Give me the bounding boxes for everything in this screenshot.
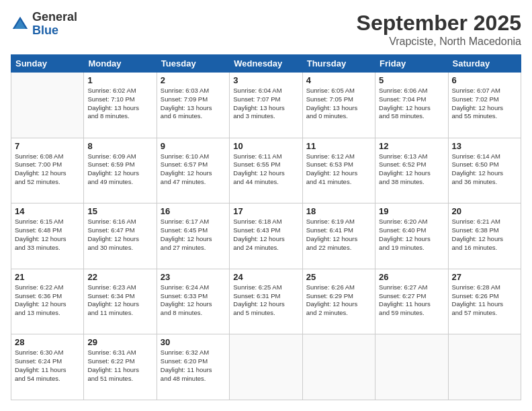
day-info: Sunrise: 6:04 AM Sunset: 7:07 PM Dayligh…: [233, 87, 298, 121]
day-number: 20: [452, 206, 517, 216]
day-info: Sunrise: 6:19 AM Sunset: 6:41 PM Dayligh…: [306, 218, 371, 252]
day-number: 12: [379, 141, 444, 151]
calendar-cell: 5Sunrise: 6:06 AM Sunset: 7:04 PM Daylig…: [375, 73, 448, 138]
day-info: Sunrise: 6:21 AM Sunset: 6:38 PM Dayligh…: [452, 218, 517, 252]
day-info: Sunrise: 6:26 AM Sunset: 6:29 PM Dayligh…: [306, 283, 371, 318]
day-info: Sunrise: 6:12 AM Sunset: 6:53 PM Dayligh…: [306, 152, 371, 187]
day-info: Sunrise: 6:22 AM Sunset: 6:36 PM Dayligh…: [15, 283, 80, 318]
day-info: Sunrise: 6:07 AM Sunset: 7:02 PM Dayligh…: [452, 87, 517, 121]
day-number: 2: [161, 75, 226, 85]
day-number: 23: [161, 272, 226, 282]
calendar-cell: [11, 73, 84, 138]
day-info: Sunrise: 6:30 AM Sunset: 6:24 PM Dayligh…: [15, 349, 80, 383]
location-title: Vrapciste, North Macedonia: [357, 36, 521, 48]
col-sunday: Sunday: [11, 55, 84, 73]
day-number: 1: [87, 75, 152, 85]
day-number: 18: [306, 206, 371, 216]
calendar-week-row: 14Sunrise: 6:15 AM Sunset: 6:48 PM Dayli…: [11, 203, 521, 269]
day-info: Sunrise: 6:23 AM Sunset: 6:34 PM Dayligh…: [87, 283, 152, 318]
day-info: Sunrise: 6:11 AM Sunset: 6:55 PM Dayligh…: [233, 152, 298, 187]
day-number: 21: [15, 272, 80, 282]
day-number: 22: [87, 272, 152, 282]
col-saturday: Saturday: [448, 55, 521, 73]
day-info: Sunrise: 6:15 AM Sunset: 6:48 PM Dayligh…: [15, 218, 80, 252]
day-number: 14: [15, 206, 80, 216]
col-tuesday: Tuesday: [157, 55, 229, 73]
calendar-cell: 4Sunrise: 6:05 AM Sunset: 7:05 PM Daylig…: [302, 73, 375, 138]
calendar-cell: 17Sunrise: 6:18 AM Sunset: 6:43 PM Dayli…: [230, 203, 302, 269]
day-number: 30: [161, 337, 226, 347]
day-number: 11: [306, 141, 371, 151]
calendar-cell: 16Sunrise: 6:17 AM Sunset: 6:45 PM Dayli…: [157, 203, 229, 269]
calendar-cell: [230, 334, 302, 400]
calendar-week-row: 7Sunrise: 6:08 AM Sunset: 7:00 PM Daylig…: [11, 138, 521, 203]
day-number: 4: [306, 75, 371, 85]
calendar-cell: [302, 334, 375, 400]
calendar-cell: 20Sunrise: 6:21 AM Sunset: 6:38 PM Dayli…: [448, 203, 521, 269]
calendar-cell: [375, 334, 448, 400]
day-info: Sunrise: 6:32 AM Sunset: 6:20 PM Dayligh…: [161, 349, 226, 383]
calendar-cell: 10Sunrise: 6:11 AM Sunset: 6:55 PM Dayli…: [230, 138, 302, 203]
logo: General Blue: [11, 11, 77, 38]
col-wednesday: Wednesday: [230, 55, 302, 73]
day-info: Sunrise: 6:18 AM Sunset: 6:43 PM Dayligh…: [233, 218, 298, 252]
calendar-cell: 14Sunrise: 6:15 AM Sunset: 6:48 PM Dayli…: [11, 203, 84, 269]
day-info: Sunrise: 6:10 AM Sunset: 6:57 PM Dayligh…: [161, 152, 226, 187]
day-number: 26: [379, 272, 444, 282]
day-info: Sunrise: 6:20 AM Sunset: 6:40 PM Dayligh…: [379, 218, 444, 252]
calendar-header-row: Sunday Monday Tuesday Wednesday Thursday…: [11, 55, 521, 73]
calendar-cell: 29Sunrise: 6:31 AM Sunset: 6:22 PM Dayli…: [84, 334, 157, 400]
calendar-cell: 15Sunrise: 6:16 AM Sunset: 6:47 PM Dayli…: [84, 203, 157, 269]
day-number: 25: [306, 272, 371, 282]
calendar-cell: 18Sunrise: 6:19 AM Sunset: 6:41 PM Dayli…: [302, 203, 375, 269]
calendar-cell: 19Sunrise: 6:20 AM Sunset: 6:40 PM Dayli…: [375, 203, 448, 269]
day-info: Sunrise: 6:17 AM Sunset: 6:45 PM Dayligh…: [161, 218, 226, 252]
col-thursday: Thursday: [302, 55, 375, 73]
day-info: Sunrise: 6:13 AM Sunset: 6:52 PM Dayligh…: [379, 152, 444, 187]
day-number: 13: [452, 141, 517, 151]
day-number: 7: [15, 141, 80, 151]
day-info: Sunrise: 6:06 AM Sunset: 7:04 PM Dayligh…: [379, 87, 444, 121]
day-info: Sunrise: 6:09 AM Sunset: 6:59 PM Dayligh…: [87, 152, 152, 187]
day-number: 29: [87, 337, 152, 347]
day-number: 10: [233, 141, 298, 151]
day-number: 9: [161, 141, 226, 151]
calendar-cell: [448, 334, 521, 400]
day-info: Sunrise: 6:08 AM Sunset: 7:00 PM Dayligh…: [15, 152, 80, 187]
day-number: 15: [87, 206, 152, 216]
day-number: 6: [452, 75, 517, 85]
month-title: September 2025: [357, 11, 521, 36]
col-friday: Friday: [375, 55, 448, 73]
calendar-cell: 3Sunrise: 6:04 AM Sunset: 7:07 PM Daylig…: [230, 73, 302, 138]
day-info: Sunrise: 6:14 AM Sunset: 6:50 PM Dayligh…: [452, 152, 517, 187]
calendar-cell: 25Sunrise: 6:26 AM Sunset: 6:29 PM Dayli…: [302, 269, 375, 334]
calendar-cell: 9Sunrise: 6:10 AM Sunset: 6:57 PM Daylig…: [157, 138, 229, 203]
calendar-cell: 11Sunrise: 6:12 AM Sunset: 6:53 PM Dayli…: [302, 138, 375, 203]
day-info: Sunrise: 6:16 AM Sunset: 6:47 PM Dayligh…: [87, 218, 152, 252]
day-number: 17: [233, 206, 298, 216]
day-number: 24: [233, 272, 298, 282]
calendar-cell: 2Sunrise: 6:03 AM Sunset: 7:09 PM Daylig…: [157, 73, 229, 138]
calendar-cell: 1Sunrise: 6:02 AM Sunset: 7:10 PM Daylig…: [84, 73, 157, 138]
title-block: September 2025 Vrapciste, North Macedoni…: [357, 11, 521, 48]
day-number: 3: [233, 75, 298, 85]
day-number: 8: [87, 141, 152, 151]
logo-icon: [11, 15, 30, 34]
calendar-cell: 13Sunrise: 6:14 AM Sunset: 6:50 PM Dayli…: [448, 138, 521, 203]
day-info: Sunrise: 6:02 AM Sunset: 7:10 PM Dayligh…: [87, 87, 152, 121]
day-info: Sunrise: 6:27 AM Sunset: 6:27 PM Dayligh…: [379, 283, 444, 318]
calendar-cell: 28Sunrise: 6:30 AM Sunset: 6:24 PM Dayli…: [11, 334, 84, 400]
calendar-table: Sunday Monday Tuesday Wednesday Thursday…: [11, 54, 521, 400]
day-info: Sunrise: 6:05 AM Sunset: 7:05 PM Dayligh…: [306, 87, 371, 121]
logo-text: General Blue: [32, 11, 77, 38]
calendar-week-row: 28Sunrise: 6:30 AM Sunset: 6:24 PM Dayli…: [11, 334, 521, 400]
calendar-cell: 23Sunrise: 6:24 AM Sunset: 6:33 PM Dayli…: [157, 269, 229, 334]
day-info: Sunrise: 6:31 AM Sunset: 6:22 PM Dayligh…: [87, 349, 152, 383]
calendar-cell: 30Sunrise: 6:32 AM Sunset: 6:20 PM Dayli…: [157, 334, 229, 400]
calendar-cell: 7Sunrise: 6:08 AM Sunset: 7:00 PM Daylig…: [11, 138, 84, 203]
day-info: Sunrise: 6:24 AM Sunset: 6:33 PM Dayligh…: [161, 283, 226, 318]
day-number: 19: [379, 206, 444, 216]
day-number: 28: [15, 337, 80, 347]
page-header: General Blue September 2025 Vrapciste, N…: [11, 11, 521, 48]
calendar-week-row: 1Sunrise: 6:02 AM Sunset: 7:10 PM Daylig…: [11, 73, 521, 138]
